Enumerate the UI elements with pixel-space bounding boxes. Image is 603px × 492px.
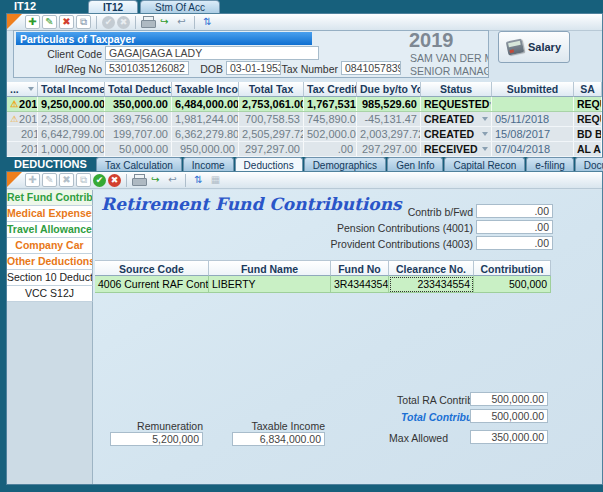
calculator-icon bbox=[506, 38, 525, 55]
export-icon[interactable]: ↪ bbox=[157, 15, 172, 29]
cell-fund-no[interactable]: 3R43443545 bbox=[331, 276, 389, 293]
column-status[interactable]: Status bbox=[421, 82, 492, 97]
tab-capital-recon[interactable]: Capital Recon bbox=[444, 157, 525, 172]
cell-due: 985,529.60 bbox=[357, 97, 421, 111]
year-row-2019[interactable]: ⚠2019 9,250,000.00 350,000.00 6,484,000.… bbox=[7, 97, 602, 112]
remuneration-field[interactable]: 5,200,000 bbox=[110, 432, 203, 446]
delete-record-icon[interactable]: ✖ bbox=[59, 15, 74, 29]
new-record-icon[interactable]: ✚ bbox=[25, 15, 40, 29]
column-total-deductions[interactable]: Total Deductions bbox=[105, 82, 172, 97]
cancel-icon[interactable]: ✖ bbox=[108, 174, 121, 187]
column-sars[interactable]: SA bbox=[574, 82, 602, 97]
column-due[interactable]: Due by/to You bbox=[357, 82, 421, 97]
column-clearance-no[interactable]: Clearance No. bbox=[389, 260, 474, 276]
tab-tax-calculation[interactable]: Tax Calculation bbox=[96, 157, 182, 172]
status-select[interactable]: CREATED bbox=[421, 127, 492, 141]
year-row-2017[interactable]: 2017 6,642,799.00 199,707.00 6,362,279.8… bbox=[7, 127, 602, 142]
deductions-sidebar: Ret Fund Contrib Medical Expenses Travel… bbox=[7, 190, 93, 302]
status-select[interactable]: REQUESTED bbox=[421, 97, 492, 111]
cell-taxable-income: 1,981,244.00 bbox=[172, 112, 239, 126]
column-fund-no[interactable]: Fund No bbox=[331, 260, 389, 276]
document-tabs: IT12 Stm Of Acc bbox=[88, 0, 222, 14]
years-grid-header: ... Total Income Total Deductions Taxabl… bbox=[7, 82, 602, 97]
sync-icon[interactable]: ⇅ bbox=[191, 173, 206, 187]
grid-view-icon-disabled: ▦ bbox=[208, 173, 223, 187]
tab-it12[interactable]: IT12 bbox=[88, 0, 138, 14]
year-row-2018[interactable]: ⚠2018 2,358,000.00 369,756.00 1,981,244.… bbox=[7, 112, 602, 127]
tab-documents[interactable]: Documents bbox=[575, 157, 603, 172]
taxable-income-label: Taxable Income bbox=[125, 420, 325, 432]
sidebar-item-other-deductions[interactable]: Other Deductions bbox=[7, 254, 93, 270]
cell-source-code[interactable]: 4006 Current RAF Contribution bbox=[95, 276, 209, 293]
salary-button[interactable]: Salary bbox=[498, 31, 570, 63]
cancel-icon-disabled: ✖ bbox=[117, 16, 130, 29]
total-ra-field[interactable]: 500,000.00 bbox=[470, 392, 548, 406]
toolbar-separator bbox=[96, 16, 97, 29]
window-title: IT12 bbox=[14, 0, 36, 12]
import-icon[interactable]: ↩ bbox=[165, 173, 180, 187]
cell-total-deductions: 350,000.00 bbox=[105, 97, 172, 111]
id-reg-field[interactable]: 5301035126082 bbox=[105, 61, 189, 75]
column-submitted[interactable]: Submitted bbox=[492, 82, 574, 97]
column-taxable-income[interactable]: Taxable Income bbox=[172, 82, 239, 97]
sidebar-item-vcc-s12j[interactable]: VCC S12J bbox=[7, 286, 93, 302]
sidebar-item-company-car[interactable]: Company Car bbox=[7, 238, 93, 254]
column-contribution[interactable]: Contribution bbox=[474, 260, 551, 276]
cell-total-income: 1,000,000.00 bbox=[38, 142, 105, 156]
tab-e-filing[interactable]: e-filing bbox=[526, 157, 573, 172]
export-icon[interactable]: ↪ bbox=[148, 173, 163, 187]
taxable-income-field[interactable]: 6,834,000.00 bbox=[232, 432, 325, 446]
filter-chevron-icon bbox=[28, 87, 34, 91]
column-source-code[interactable]: Source Code bbox=[95, 260, 209, 276]
cell-fund-name[interactable]: LIBERTY bbox=[209, 276, 331, 293]
column-total-income[interactable]: Total Income bbox=[38, 82, 105, 97]
cell-taxable-income: 6,484,000.00 bbox=[172, 97, 239, 111]
column-tax-credits[interactable]: Tax Credits bbox=[304, 82, 357, 97]
year-row-2016[interactable]: 2016 1,000,000.00 50,000.00 950,000.00 2… bbox=[7, 142, 602, 157]
cell-sars: REQUE bbox=[574, 97, 602, 111]
tab-income[interactable]: Income bbox=[183, 157, 234, 172]
sync-icon[interactable]: ⇅ bbox=[200, 15, 215, 29]
cell-total-income: 6,642,799.00 bbox=[38, 127, 105, 141]
tab-stm-of-acc[interactable]: Stm Of Acc bbox=[140, 0, 220, 14]
sidebar-item-medical-expenses[interactable]: Medical Expenses bbox=[7, 206, 93, 222]
tab-gen-info[interactable]: Gen Info bbox=[387, 157, 443, 172]
pension-field[interactable]: .00 bbox=[476, 220, 553, 234]
column-year[interactable]: ... bbox=[7, 82, 38, 97]
cell-contribution[interactable]: 500,000 bbox=[474, 276, 551, 293]
provident-field[interactable]: .00 bbox=[476, 236, 553, 250]
cell-submitted: 07/04/2018 bbox=[492, 142, 574, 156]
import-icon[interactable]: ↩ bbox=[174, 15, 189, 29]
edit-record-icon[interactable]: ✎ bbox=[42, 15, 57, 29]
main-toolbar: ✚ ✎ ✖ ⧉ ✔ ✖ ↪ ↩ ⇅ bbox=[7, 14, 602, 31]
tax-number-field[interactable]: 0841057839 bbox=[341, 61, 401, 75]
tab-demographics[interactable]: Demographics bbox=[304, 157, 386, 172]
total-contributions-field[interactable]: 500,000.00 bbox=[470, 409, 548, 423]
deductions-toolbar: ✚ ✎ ✖ ⧉ ✔ ✖ ↪ ↩ ⇅ ▦ bbox=[7, 172, 602, 189]
cell-clearance-no[interactable]: 233434554 bbox=[389, 276, 474, 293]
copy-record-icon-disabled: ⧉ bbox=[76, 173, 91, 187]
sidebar-item-section-10-deductions[interactable]: Section 10 Deductions bbox=[7, 270, 93, 286]
print-icon[interactable] bbox=[132, 174, 146, 186]
client-code-field[interactable]: GAGA|GAGA LADY bbox=[105, 46, 319, 60]
pension-label: Pension Contributions (4001) bbox=[273, 222, 473, 234]
dob-label: DOB bbox=[194, 63, 223, 75]
accept-icon[interactable]: ✔ bbox=[93, 174, 106, 187]
column-fund-name[interactable]: Fund Name bbox=[209, 260, 331, 276]
column-total-tax[interactable]: Total Tax bbox=[239, 82, 304, 97]
tab-deductions[interactable]: Deductions bbox=[235, 157, 303, 172]
status-select[interactable]: CREATED bbox=[421, 112, 492, 126]
sidebar-item-travel-allowances[interactable]: Travel Allowances bbox=[7, 222, 93, 238]
cell-tax-credits: 502,000.00 bbox=[304, 127, 357, 141]
cell-submitted bbox=[492, 97, 574, 111]
contrib-bfwd-field[interactable]: .00 bbox=[476, 204, 553, 218]
tax-year-value: 2019 bbox=[409, 29, 454, 52]
toolbar-separator bbox=[185, 174, 186, 187]
provident-label: Provident Contributions (4003) bbox=[273, 238, 473, 250]
fund-grid-row[interactable]: 4006 Current RAF Contribution LIBERTY 3R… bbox=[95, 276, 551, 293]
print-icon[interactable] bbox=[141, 16, 155, 28]
max-allowed-field[interactable]: 350,000.00 bbox=[470, 430, 548, 444]
sidebar-item-ret-fund-contrib[interactable]: Ret Fund Contrib bbox=[7, 190, 93, 206]
copy-record-icon[interactable]: ⧉ bbox=[76, 15, 91, 29]
status-select[interactable]: RECEIVED bbox=[421, 142, 492, 156]
